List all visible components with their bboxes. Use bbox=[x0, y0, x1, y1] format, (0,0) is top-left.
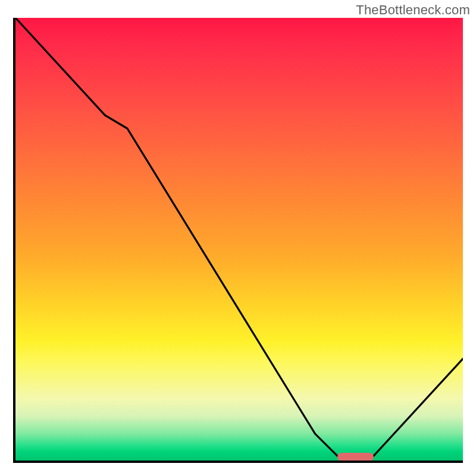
watermark-text: TheBottleneck.com bbox=[356, 2, 470, 18]
bottleneck-curve bbox=[15, 18, 463, 461]
plot-area bbox=[13, 18, 463, 463]
curve-path bbox=[15, 18, 463, 458]
chart-root: TheBottleneck.com bbox=[0, 0, 476, 476]
optimal-range-marker bbox=[337, 453, 373, 461]
